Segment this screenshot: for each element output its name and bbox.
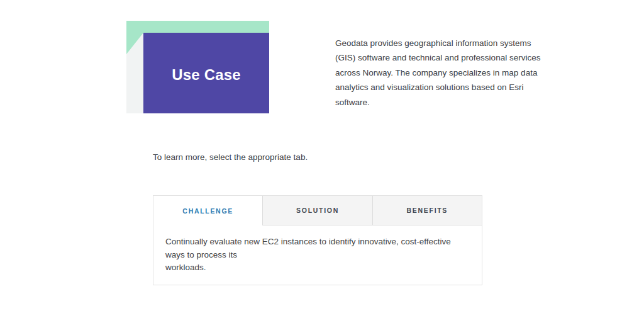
tab-solution[interactable]: SOLUTION [262,196,372,225]
use-case-image-purple-card: Use Case [143,33,269,113]
company-description-line: (GIS) software and technical and profess… [335,50,543,65]
use-case-image-fold-shape [126,21,143,113]
tab-benefits[interactable]: BENEFITS [372,196,482,225]
company-description: Geodata provides geographical informatio… [335,36,543,110]
tab-panel-challenge: Continually evaluate new EC2 instances t… [153,225,482,275]
use-case-image: Use Case [126,21,269,113]
use-case-image-title: Use Case [172,62,241,84]
company-description-line: analytics and visualization solutions ba… [335,80,543,94]
company-description-line: Geodata provides geographical informatio… [335,36,543,50]
tab-challenge[interactable]: CHALLENGE [153,196,262,225]
tab-panel-text-line: workloads. [165,261,464,275]
company-description-line: software. [335,95,543,110]
use-case-tab-widget: CHALLENGE SOLUTION BENEFITS Continually … [153,195,482,285]
tab-panel-text-line: Continually evaluate new EC2 instances t… [165,236,464,261]
company-description-line: across Norway. The company specializes i… [335,65,543,80]
tab-instruction: To learn more, select the appropriate ta… [153,152,308,163]
tab-bar: CHALLENGE SOLUTION BENEFITS [153,196,482,225]
